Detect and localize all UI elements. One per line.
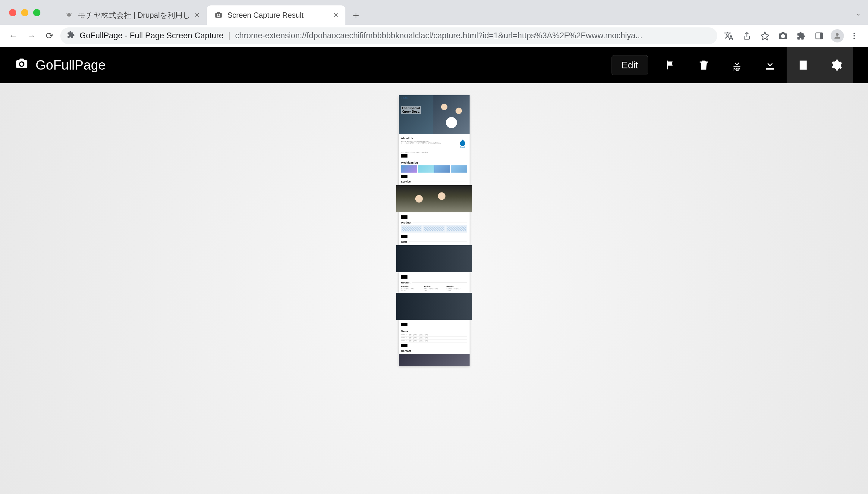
translate-icon[interactable] — [721, 28, 737, 44]
back-button[interactable]: ← — [6, 28, 20, 43]
service-photo — [396, 185, 472, 212]
address-bar-row: ← → ⟳ GoFullPage - Full Page Screen Capt… — [0, 25, 868, 47]
url-title: GoFullPage - Full Page Screen Capture — [79, 31, 223, 40]
share-icon[interactable] — [739, 28, 755, 44]
heading-about: About Us — [401, 137, 467, 140]
news-list: 2023.01.01お知らせテキストお知らせテキスト 2023.01.01お知ら… — [401, 334, 467, 342]
app-toolbar: Edit PDF — [611, 47, 853, 83]
address-bar[interactable]: GoFullPage - Full Page Screen Capture | … — [60, 27, 717, 44]
extension-icon — [67, 31, 75, 41]
sidepanel-icon[interactable] — [811, 28, 827, 44]
svg-point-3 — [853, 35, 855, 36]
app-name: GoFullPage — [36, 58, 106, 73]
drupal-icon: Drupal — [458, 141, 467, 150]
report-button[interactable] — [654, 47, 687, 83]
blog-thumbnails — [401, 165, 467, 173]
delete-button[interactable] — [687, 47, 720, 83]
window-zoom-icon[interactable] — [33, 9, 40, 16]
section-recruit: Recruit 募集内容01テキストテキストテキストテキスト 募集内容02テキス… — [399, 280, 469, 292]
profile-avatar[interactable] — [831, 29, 844, 42]
kebab-menu-icon[interactable] — [846, 28, 862, 44]
button-more — [401, 215, 407, 219]
svg-point-2 — [853, 33, 855, 34]
product-thumbnails — [401, 225, 467, 232]
new-tab-button[interactable]: ＋ — [348, 8, 364, 23]
staff-photo — [396, 245, 472, 272]
files-button[interactable] — [787, 47, 820, 83]
download-image-button[interactable] — [754, 47, 787, 83]
tab-title: Screen Capture Result — [227, 11, 303, 20]
close-icon[interactable]: × — [333, 10, 338, 20]
recruit-photo — [396, 293, 472, 320]
window-controls — [9, 9, 40, 16]
capture-viewport[interactable]: ◇ Mochiya The Special Know Best. About U… — [0, 83, 868, 494]
section-service: Service — [399, 179, 469, 185]
button-more — [401, 154, 407, 157]
app-logo[interactable]: GoFullPage — [15, 57, 106, 73]
heading-news: News — [401, 330, 467, 333]
button-more — [401, 175, 407, 178]
url-separator: | — [228, 31, 230, 40]
tab-capture-result[interactable]: Screen Capture Result × — [207, 5, 345, 25]
about-body: 私たちは、最先端テクノロジーと自由な発想を持つ、ソリューション提供を行うエンジニ… — [401, 141, 467, 144]
button-more — [401, 344, 407, 347]
section-staff: Staff — [399, 239, 469, 245]
captured-page-preview[interactable]: ◇ Mochiya The Special Know Best. About U… — [399, 95, 469, 366]
tab-mochiya[interactable]: モチヤ株式会社 | Drupalを利用し × — [57, 5, 207, 25]
section-contact: Contact — [399, 348, 469, 354]
heading-blog: MochiyaBlog — [401, 161, 467, 165]
button-more — [401, 235, 407, 238]
heading-product: Product — [401, 221, 411, 224]
camera-icon — [214, 11, 223, 20]
forward-button[interactable]: → — [24, 28, 39, 43]
reload-button[interactable]: ⟳ — [42, 28, 57, 43]
tab-overflow-icon[interactable]: ⌄ — [855, 10, 861, 17]
camera-icon — [15, 57, 28, 73]
heading-service: Service — [401, 180, 411, 184]
contact-photo — [399, 354, 469, 366]
favicon-icon — [64, 11, 74, 20]
browser-tab-strip: モチヤ株式会社 | Drupalを利用し × Screen Capture Re… — [0, 0, 868, 25]
section-blog: MochiyaBlog — [399, 159, 469, 179]
capture-site-logo: ◇ Mochiya — [401, 97, 408, 99]
svg-point-4 — [853, 37, 855, 39]
hero-image — [433, 95, 469, 134]
heading-recruit: Recruit — [401, 281, 410, 284]
svg-text:PDF: PDF — [734, 68, 740, 71]
section-news: News 2023.01.01お知らせテキストお知らせテキスト 2023.01.… — [399, 327, 469, 348]
svg-rect-1 — [820, 33, 823, 39]
button-more — [401, 323, 407, 326]
url-path: chrome-extension://fdpohaocaechififmbbbb… — [235, 31, 642, 40]
app-header: GoFullPage Edit PDF — [0, 47, 868, 83]
hero-headline: The Special Know Best. — [401, 106, 421, 114]
tab-title: モチヤ株式会社 | Drupalを利用し — [78, 10, 190, 20]
window-minimize-icon[interactable] — [21, 9, 28, 16]
download-pdf-button[interactable]: PDF — [720, 47, 754, 83]
edit-button[interactable]: Edit — [611, 55, 648, 75]
heading-staff: Staff — [401, 240, 407, 244]
section-product: Product — [399, 220, 469, 239]
capture-hero: ◇ Mochiya The Special Know Best. — [399, 95, 469, 134]
heading-contact: Contact — [401, 349, 411, 353]
close-icon[interactable]: × — [195, 10, 200, 20]
screenshot-extension-icon[interactable] — [775, 28, 791, 44]
button-more — [401, 275, 407, 279]
settings-button[interactable] — [820, 47, 853, 83]
window-close-icon[interactable] — [9, 9, 16, 16]
bookmark-icon[interactable] — [757, 28, 773, 44]
extensions-icon[interactable] — [793, 28, 809, 44]
section-about: About Us Drupal 私たちは、最先端テクノロジーと自由な発想を持つ、… — [399, 134, 469, 159]
